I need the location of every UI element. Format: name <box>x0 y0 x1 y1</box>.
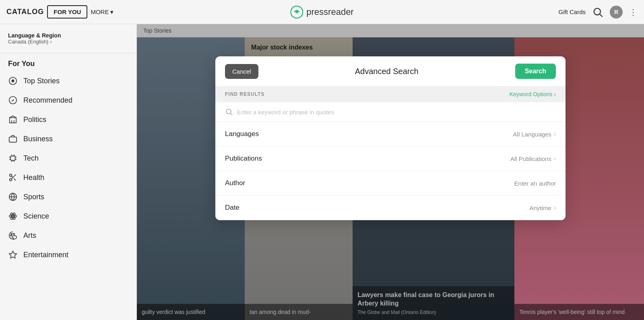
svg-rect-11 <box>11 156 15 161</box>
svg-point-35 <box>226 109 231 114</box>
sidebar-item-recommended[interactable]: Recommended <box>0 91 136 110</box>
sidebar-item-label: Business <box>23 135 53 143</box>
modal-header: Cancel Advanced Search Search <box>215 56 566 86</box>
for-you-section-title: For You <box>0 53 136 71</box>
svg-point-33 <box>13 233 14 235</box>
palette-icon <box>8 231 18 240</box>
language-region-title: Language & Region <box>8 32 128 39</box>
filter-author[interactable]: Author Enter an author <box>215 171 566 196</box>
sidebar-item-politics[interactable]: Politics <box>0 110 136 129</box>
filter-date-value: Anytime › <box>529 204 556 211</box>
top-nav: CATALOG FOR YOU MORE ▾ pressreader Gift … <box>0 0 644 24</box>
svg-line-23 <box>14 178 16 180</box>
svg-line-24 <box>11 176 13 178</box>
modal-body: FIND RESULTS Keyword Options › <box>215 86 566 220</box>
content-area: Top Stories guilty verdict was justified… <box>137 24 644 320</box>
sidebar-item-label: Recommended <box>23 96 72 105</box>
filter-languages-value: All Languages › <box>513 130 556 138</box>
more-nav[interactable]: MORE ▾ <box>91 8 114 16</box>
search-input-icon <box>225 108 233 116</box>
sidebar-item-health[interactable]: Health <box>0 168 136 187</box>
svg-point-5 <box>12 80 14 82</box>
filter-author-label: Author <box>225 179 245 187</box>
atom-icon <box>8 211 18 221</box>
for-you-nav[interactable]: FOR YOU <box>47 5 87 19</box>
sidebar-item-label: Sports <box>23 193 44 201</box>
svg-point-21 <box>10 179 12 181</box>
sidebar: Language & Region Canada (English) › For… <box>0 24 137 320</box>
pressreader-logo-icon <box>290 6 303 19</box>
svg-point-31 <box>10 235 12 236</box>
filter-publications[interactable]: Publications All Publications › <box>215 147 566 171</box>
filter-languages-label: Languages <box>225 130 259 138</box>
scissors-icon <box>8 173 18 182</box>
svg-rect-10 <box>9 137 17 142</box>
modal-title: Advanced Search <box>355 67 419 76</box>
sidebar-item-label: Arts <box>23 231 36 240</box>
svg-point-32 <box>11 233 12 235</box>
globe-icon <box>8 192 18 202</box>
svg-rect-7 <box>10 118 17 123</box>
sidebar-item-entertainment[interactable]: Entertainment <box>0 245 136 264</box>
sidebar-item-label: Science <box>23 212 49 221</box>
avatar[interactable]: R <box>610 6 623 19</box>
filter-date[interactable]: Date Anytime › <box>215 196 566 220</box>
circle-dot-icon <box>8 76 18 86</box>
svg-line-36 <box>231 114 233 116</box>
sidebar-item-label: Health <box>23 173 44 182</box>
filter-publications-value: All Publications › <box>510 155 556 162</box>
sidebar-item-top-stories[interactable]: Top Stories <box>0 71 136 91</box>
sidebar-item-tech[interactable]: Tech <box>0 149 136 168</box>
find-results-row: FIND RESULTS Keyword Options › <box>215 86 566 102</box>
sidebar-item-arts[interactable]: Arts <box>0 226 136 245</box>
logo-text: pressreader <box>306 7 353 17</box>
svg-marker-34 <box>9 251 17 258</box>
svg-point-1 <box>295 11 298 13</box>
svg-point-20 <box>10 174 12 177</box>
cpu-icon <box>8 153 18 163</box>
chevron-right-icon: › <box>554 130 556 138</box>
find-results-label: FIND RESULTS <box>225 91 264 97</box>
advanced-search-modal: Cancel Advanced Search Search FIND RESUL… <box>215 56 566 220</box>
catalog-nav[interactable]: CATALOG <box>6 8 44 16</box>
filter-publications-label: Publications <box>225 155 262 163</box>
more-options-icon[interactable]: ⋮ <box>629 7 638 17</box>
star-icon <box>8 250 18 260</box>
modal-overlay: Cancel Advanced Search Search FIND RESUL… <box>137 24 644 320</box>
nav-right: Gift Cards R ⋮ <box>558 6 638 19</box>
gift-cards-link[interactable]: Gift Cards <box>558 8 586 15</box>
svg-point-2 <box>594 8 601 14</box>
search-input[interactable] <box>237 109 556 116</box>
cancel-button[interactable]: Cancel <box>225 64 258 79</box>
sidebar-item-label: Politics <box>23 116 46 124</box>
chevron-right-icon: › <box>554 155 556 162</box>
search-input-row <box>215 102 566 122</box>
svg-point-27 <box>12 215 14 217</box>
filter-date-label: Date <box>225 204 239 212</box>
check-circle-icon <box>8 95 18 105</box>
search-icon[interactable] <box>592 6 603 18</box>
chevron-right-icon: › <box>554 204 556 211</box>
filter-languages[interactable]: Languages All Languages › <box>215 122 566 147</box>
main-layout: Language & Region Canada (English) › For… <box>0 24 644 320</box>
language-region-value[interactable]: Canada (English) › <box>8 39 128 45</box>
keyword-options-link[interactable]: Keyword Options › <box>510 91 556 97</box>
sidebar-item-label: Top Stories <box>23 77 60 85</box>
sidebar-item-business[interactable]: Business <box>0 129 136 149</box>
sidebar-item-label: Tech <box>23 154 39 163</box>
building-icon <box>8 115 18 124</box>
sidebar-item-label: Entertainment <box>23 251 68 259</box>
logo: pressreader <box>290 6 353 19</box>
language-region-section: Language & Region Canada (English) › <box>0 32 136 53</box>
search-button[interactable]: Search <box>515 64 556 79</box>
sidebar-item-science[interactable]: Science <box>0 206 136 226</box>
briefcase-icon <box>8 134 18 144</box>
svg-line-3 <box>600 14 602 17</box>
filter-author-value: Enter an author <box>514 180 556 187</box>
sidebar-item-sports[interactable]: Sports <box>0 187 136 206</box>
